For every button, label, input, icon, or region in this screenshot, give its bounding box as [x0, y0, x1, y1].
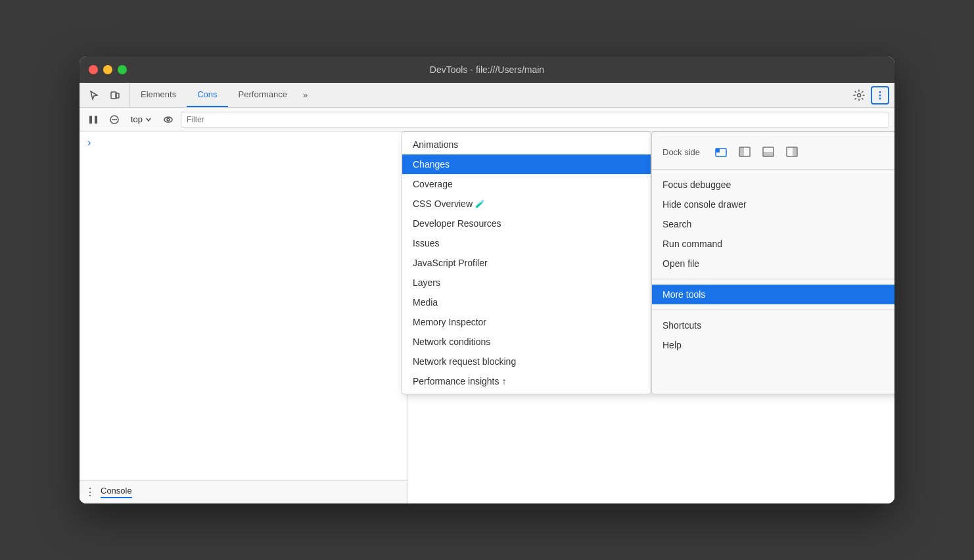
dock-undock-icon[interactable] [713, 144, 729, 160]
menu-item-issues[interactable]: Issues [402, 233, 651, 253]
svg-rect-19 [793, 147, 797, 156]
filter-input[interactable] [181, 112, 889, 128]
svg-rect-7 [95, 116, 97, 124]
right-panel-menu: Dock side [651, 131, 894, 394]
window-title: DevTools - file:///Users/main [430, 64, 544, 75]
settings-button[interactable] [850, 86, 868, 105]
svg-point-10 [164, 117, 172, 122]
minimize-button[interactable] [103, 65, 112, 74]
menu-item-network-request-blocking[interactable]: Network request blocking [402, 352, 651, 371]
right-menu-help[interactable]: Help ▶ [652, 335, 894, 355]
tab-right-icons [845, 83, 894, 107]
svg-rect-17 [763, 152, 774, 156]
right-menu-more-tools[interactable]: More tools ▶ [652, 285, 894, 304]
menu-item-js-profiler[interactable]: JavaScript Profiler [402, 253, 651, 273]
dock-bottom-icon[interactable] [760, 144, 776, 160]
svg-point-2 [858, 93, 861, 97]
svg-point-3 [879, 91, 881, 93]
tab-bar: Elements Cons Performance » [80, 83, 894, 108]
main-area: › ⋮ Console Animations Changes [80, 131, 894, 503]
more-tools-menu: Animations Changes Coverage CSS Overview… [402, 131, 651, 394]
dock-side-row: Dock side [652, 140, 894, 164]
menu-item-changes[interactable]: Changes [402, 154, 651, 174]
right-menu-section-3: Shortcuts Help ▶ [652, 310, 894, 360]
svg-point-4 [879, 94, 881, 96]
right-menu-hide-console[interactable]: Hide console drawer Esc [652, 195, 894, 214]
more-options-button[interactable] [871, 86, 889, 105]
tab-elements[interactable]: Elements [130, 83, 187, 107]
right-menu-shortcuts[interactable]: Shortcuts [652, 315, 894, 335]
traffic-lights [89, 65, 127, 74]
svg-rect-1 [116, 93, 119, 98]
svg-rect-6 [89, 116, 92, 124]
title-bar: DevTools - file:///Users/main [80, 57, 894, 83]
menu-item-memory-inspector[interactable]: Memory Inspector [402, 312, 651, 332]
console-dots-icon[interactable]: ⋮ [85, 486, 95, 498]
menu-item-network-conditions[interactable]: Network conditions [402, 332, 651, 352]
devtools-window: DevTools - file:///Users/main Eleme [80, 57, 894, 503]
tab-icon-group [80, 83, 130, 107]
right-menu-open-file[interactable]: Open file ⌘ P [652, 254, 894, 273]
eye-icon[interactable] [160, 111, 177, 128]
console-content: › [80, 131, 407, 480]
menu-item-animations[interactable]: Animations [402, 135, 651, 154]
svg-rect-13 [716, 149, 720, 152]
svg-rect-15 [739, 147, 744, 156]
tab-performance[interactable]: Performance [228, 83, 298, 107]
dock-side-label: Dock side [662, 147, 700, 157]
dock-right-icon[interactable] [784, 144, 800, 160]
right-menu-section-1: Focus debuggee Hide console drawer Esc S… [652, 169, 894, 279]
maximize-button[interactable] [118, 65, 127, 74]
dock-left-icon[interactable] [737, 144, 753, 160]
dropdown-overlay: Animations Changes Coverage CSS Overview… [402, 131, 894, 394]
right-menu-section-2: More tools ▶ [652, 279, 894, 310]
console-panel: › ⋮ Console [80, 131, 408, 503]
close-button[interactable] [89, 65, 98, 74]
menu-item-media[interactable]: Media [402, 292, 651, 312]
flask-icon: 🧪 [475, 199, 485, 208]
svg-point-11 [167, 118, 170, 121]
console-arrow: › [85, 134, 93, 151]
play-button[interactable] [85, 111, 102, 128]
console-toolbar: top [80, 108, 894, 131]
clear-button[interactable] [106, 111, 123, 128]
right-menu-search[interactable]: Search ⌘ ⌥ F [652, 214, 894, 234]
menu-item-css-overview[interactable]: CSS Overview 🧪 [402, 194, 651, 214]
right-menu-focus-debuggee[interactable]: Focus debuggee [652, 175, 894, 195]
menu-item-developer-resources[interactable]: Developer Resources [402, 214, 651, 233]
console-tab-label[interactable]: Console [101, 486, 132, 498]
right-menu-run-command[interactable]: Run command ⌘ ⇧ P [652, 234, 894, 254]
tab-spacer [313, 83, 845, 107]
context-dropdown[interactable]: top [127, 113, 156, 126]
tab-console[interactable]: Cons [187, 83, 227, 107]
devtools-body: Elements Cons Performance » [80, 83, 894, 503]
menu-item-performance-insights[interactable]: Performance insights ↑ [402, 371, 651, 391]
console-bottom-bar: ⋮ Console [80, 480, 407, 503]
menu-item-coverage[interactable]: Coverage [402, 174, 651, 194]
menu-item-layers[interactable]: Layers [402, 273, 651, 292]
cursor-icon[interactable] [85, 86, 103, 105]
dock-side-section: Dock side [652, 135, 894, 169]
device-icon[interactable] [106, 86, 124, 105]
tab-more-button[interactable]: » [298, 83, 313, 107]
svg-point-5 [879, 97, 881, 99]
